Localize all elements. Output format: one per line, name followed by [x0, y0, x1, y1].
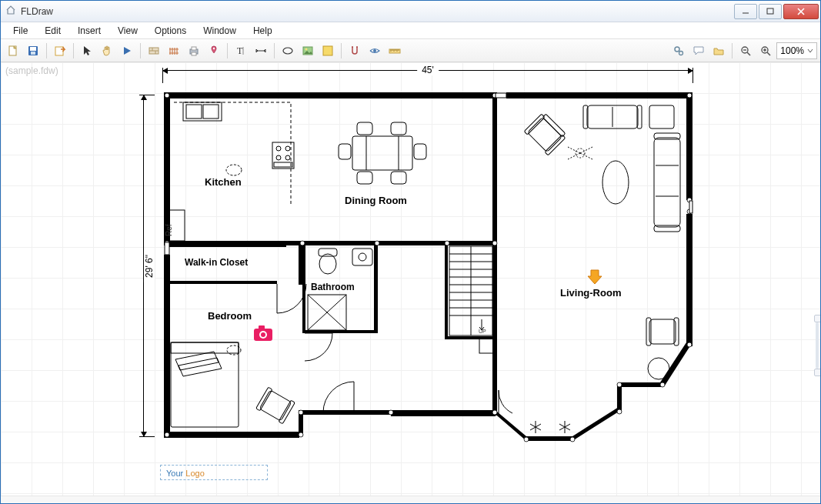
svg-rect-55: [374, 242, 378, 333]
floor-plan[interactable]: 45' 29' 6": [143, 72, 697, 479]
play-button[interactable]: [118, 42, 136, 60]
doors: [277, 284, 512, 413]
svg-rect-45: [617, 386, 622, 413]
svg-rect-5: [31, 52, 35, 55]
zoom-out-button[interactable]: [736, 42, 755, 60]
visibility-tool[interactable]: [365, 42, 384, 60]
svg-point-76: [300, 241, 305, 245]
zoom-in-button[interactable]: [756, 42, 775, 60]
text-tool[interactable]: T: [232, 42, 250, 60]
svg-rect-146: [279, 400, 295, 424]
minimize-button[interactable]: [734, 4, 757, 19]
canvas[interactable]: (sample.fdw) 45' 29' 6": [1, 62, 820, 496]
svg-rect-130: [646, 318, 651, 345]
color-tool[interactable]: [319, 42, 337, 60]
label-living: Living-Room: [560, 287, 621, 299]
svg-rect-145: [256, 387, 272, 411]
svg-point-91: [226, 165, 242, 175]
svg-rect-4: [30, 47, 36, 51]
vertical-scrollbar[interactable]: [816, 322, 819, 369]
app-icon: [5, 5, 16, 18]
separator: [732, 43, 733, 58]
svg-point-71: [660, 382, 665, 387]
marker-arrow-icon: [588, 270, 602, 284]
menu-help[interactable]: Help: [245, 24, 280, 38]
folder-button[interactable]: [709, 42, 728, 60]
menu-window[interactable]: Window: [195, 24, 244, 38]
svg-point-70: [617, 382, 622, 387]
svg-rect-127: [654, 225, 680, 232]
app-window: FLDraw File Edit Insert View Options Win…: [0, 0, 821, 504]
menu-view[interactable]: View: [110, 24, 145, 38]
svg-rect-117: [542, 114, 566, 137]
svg-rect-1: [767, 8, 773, 14]
pan-tool[interactable]: [98, 42, 116, 60]
svg-point-132: [648, 358, 669, 379]
save-button[interactable]: [24, 42, 42, 60]
svg-rect-84: [203, 105, 219, 118]
ruler-tool[interactable]: [385, 42, 404, 60]
menu-edit[interactable]: Edit: [37, 24, 68, 38]
svg-point-72: [687, 342, 692, 347]
svg-rect-116: [545, 135, 566, 155]
svg-point-24: [679, 51, 683, 55]
menu-insert[interactable]: Insert: [70, 24, 108, 38]
svg-marker-46: [660, 342, 691, 386]
svg-point-23: [675, 47, 679, 52]
svg-point-137: [359, 253, 366, 261]
comment-button[interactable]: [689, 42, 708, 60]
svg-point-65: [389, 410, 393, 415]
separator: [73, 43, 74, 58]
close-button[interactable]: [783, 4, 819, 19]
svg-rect-141: [171, 342, 239, 427]
svg-rect-38: [686, 92, 693, 200]
svg-rect-42: [299, 410, 391, 415]
separator: [46, 43, 47, 58]
pin-tool[interactable]: [205, 42, 223, 60]
svg-rect-129: [649, 319, 676, 344]
image-tool[interactable]: [299, 42, 317, 60]
dimension-top: 45': [162, 70, 693, 84]
menu-options[interactable]: Options: [147, 24, 194, 38]
svg-point-69: [617, 409, 622, 414]
new-button[interactable]: [4, 42, 22, 60]
filename-watermark: (sample.fdw): [5, 65, 58, 76]
fence-tool[interactable]: [165, 42, 183, 60]
svg-rect-122: [649, 105, 674, 129]
svg-rect-20: [323, 46, 332, 55]
svg-point-67: [524, 437, 529, 442]
export-button[interactable]: [51, 42, 69, 60]
label-ref: Ref: [165, 224, 173, 236]
snap-tool[interactable]: [345, 42, 364, 60]
wall-tool[interactable]: [145, 42, 163, 60]
maximize-button[interactable]: [759, 4, 782, 19]
label-kitchen: Kitchen: [205, 176, 242, 188]
svg-point-77: [375, 241, 379, 245]
svg-point-128: [602, 161, 629, 204]
dimension-top-label: 45': [417, 65, 439, 75]
svg-rect-34: [506, 92, 691, 98]
zoom-level[interactable]: 100%: [776, 42, 817, 59]
ellipse-tool[interactable]: [279, 42, 297, 60]
svg-rect-52: [169, 281, 277, 284]
svg-rect-83: [186, 105, 202, 118]
dining-set: [339, 122, 426, 184]
window-title: FLDraw: [21, 6, 734, 17]
svg-rect-126: [654, 133, 680, 139]
svg-line-26: [747, 52, 750, 55]
svg-rect-131: [674, 318, 679, 345]
svg-rect-39: [686, 214, 693, 346]
svg-rect-54: [302, 330, 378, 333]
svg-point-14: [213, 47, 215, 48]
separator: [274, 43, 275, 58]
print-button[interactable]: [185, 42, 203, 60]
svg-text:T: T: [237, 45, 243, 56]
dimension-tool[interactable]: [252, 42, 270, 60]
svg-rect-47: [619, 382, 663, 387]
bedroom: [171, 342, 295, 427]
svg-point-149: [261, 332, 265, 337]
settings-button[interactable]: [669, 42, 688, 60]
pointer-tool[interactable]: [78, 42, 96, 60]
svg-rect-56: [445, 242, 448, 339]
menu-file[interactable]: File: [5, 24, 35, 38]
